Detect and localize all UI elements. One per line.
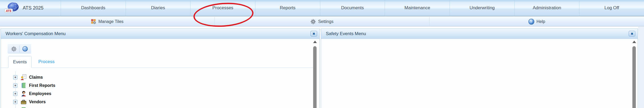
close-icon: ✖ — [312, 32, 315, 36]
tree-row-employees[interactable]: + Employees — [1, 90, 313, 98]
safety-events-panel-title: Safety Events Menu — [326, 31, 366, 36]
tree-row-partial[interactable]: + — [1, 106, 313, 108]
panel-help-button[interactable] — [20, 45, 30, 53]
help-icon: ? — [528, 19, 534, 25]
events-tree: + Claims + — [1, 73, 313, 108]
right-scrollbar-thumb[interactable] — [632, 46, 636, 108]
tab-process[interactable]: Process — [36, 56, 57, 68]
right-panel-scrollbar[interactable] — [632, 40, 636, 108]
app-brand: ATS ATS 2025 — [0, 0, 61, 16]
tree-label-vendors: Vendors — [29, 100, 46, 104]
manage-tiles-icon — [91, 19, 96, 24]
settings-label: Settings — [318, 19, 333, 24]
svg-text:ATS: ATS — [6, 9, 12, 12]
close-icon: ✖ — [631, 32, 633, 36]
nav-item-administration[interactable]: Administration — [514, 0, 579, 16]
tree-row-vendors[interactable]: + Vendors — [1, 98, 313, 106]
ats-logo-icon: ATS — [4, 2, 20, 14]
workers-compensation-panel-body: Events Process + — [1, 39, 319, 108]
workspace: Workers' Compensation Menu ✖ — [0, 27, 644, 108]
workers-compensation-panel-title: Workers' Compensation Menu — [6, 31, 66, 36]
expand-claims-button[interactable]: + — [13, 75, 17, 79]
gear-icon — [311, 19, 316, 24]
nav-item-maintenance[interactable]: Maintenance — [385, 0, 450, 16]
page-background-strip — [638, 27, 644, 108]
toolbar-separator — [19, 45, 20, 52]
panel-mini-toolbar — [8, 44, 31, 54]
tab-strip-divider — [1, 68, 315, 68]
tree-label-employees: Employees — [29, 91, 51, 96]
green-partial-icon — [21, 107, 27, 108]
scroll-up-arrow-icon[interactable] — [313, 41, 317, 43]
scroll-up-arrow-icon[interactable] — [632, 41, 636, 43]
briefcase-icon — [21, 99, 27, 105]
close-workers-compensation-button[interactable]: ✖ — [311, 31, 317, 36]
tab-process-label: Process — [38, 59, 54, 64]
safety-events-panel-header: Safety Events Menu ✖ — [321, 29, 638, 39]
top-navigation-bar: ATS ATS 2025 Dashboards Diaries Processe… — [0, 0, 644, 16]
close-safety-events-button[interactable]: ✖ — [629, 31, 635, 36]
panel-settings-button[interactable] — [9, 45, 19, 53]
manage-tiles-button[interactable]: Manage Tiles — [0, 17, 214, 26]
tree-row-first-reports[interactable]: + First Reports — [1, 81, 313, 90]
help-label: Help — [537, 19, 545, 24]
nav-item-documents[interactable]: Documents — [320, 0, 385, 16]
tab-events[interactable]: Events — [8, 56, 32, 68]
tree-label-claims: Claims — [29, 75, 43, 80]
tree-label-first-reports: First Reports — [29, 83, 55, 88]
person-icon — [21, 91, 27, 97]
tree-row-claims[interactable]: + Claims — [1, 73, 313, 81]
expand-employees-button[interactable]: + — [13, 92, 17, 96]
settings-button[interactable]: Settings — [214, 17, 429, 26]
globe-icon — [22, 46, 28, 51]
left-panel-scrollbar[interactable] — [313, 40, 317, 108]
expand-vendors-button[interactable]: + — [13, 100, 17, 104]
help-button[interactable]: ? Help — [429, 17, 644, 26]
expand-first-reports-button[interactable]: + — [13, 83, 17, 88]
nav-item-underwriting[interactable]: Underwriting — [450, 0, 514, 16]
green-book-icon — [21, 82, 27, 88]
nav-item-dashboards[interactable]: Dashboards — [61, 0, 126, 16]
app-title: ATS 2025 — [23, 5, 44, 11]
manage-tiles-label: Manage Tiles — [98, 19, 123, 24]
safety-events-panel-body — [321, 39, 638, 108]
claims-document-icon — [21, 74, 27, 80]
nav-item-log-off[interactable]: Log Off — [579, 0, 644, 16]
workers-compensation-panel: Workers' Compensation Menu ✖ — [1, 29, 320, 108]
gear-icon — [11, 46, 17, 52]
nav-item-reports[interactable]: Reports — [255, 0, 320, 16]
tab-events-label: Events — [13, 59, 27, 65]
nav-item-diaries[interactable]: Diaries — [126, 0, 190, 16]
safety-events-panel: Safety Events Menu ✖ — [321, 29, 638, 108]
nav-item-processes[interactable]: Processes — [190, 0, 255, 16]
secondary-menu-bar: Manage Tiles Settings ? Help — [0, 17, 644, 26]
workers-compensation-panel-header: Workers' Compensation Menu ✖ — [1, 29, 319, 39]
left-scrollbar-thumb[interactable] — [313, 46, 317, 108]
